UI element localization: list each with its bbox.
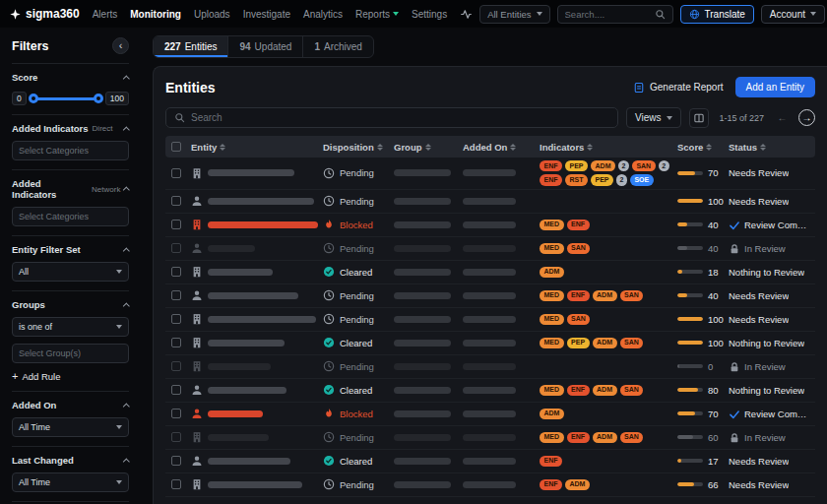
select-all-checkbox[interactable] (171, 142, 181, 152)
nav-analytics[interactable]: Analytics (303, 9, 343, 20)
previous-page-button[interactable]: ← (774, 109, 791, 126)
global-search-input[interactable] (565, 9, 650, 20)
table-row[interactable]: Blocked ADM 70 Review Complete (165, 403, 815, 426)
column-header-status[interactable]: Status (729, 142, 809, 153)
activity-icon[interactable] (460, 8, 473, 21)
table-row[interactable]: Pending MEDENFADMSAN 40 Needs Review (165, 284, 815, 308)
nav-settings[interactable]: Settings (412, 9, 447, 20)
column-header-indicators[interactable]: Indicators (540, 142, 677, 153)
table-row[interactable]: Cleared ADM 18 Nothing to Review (165, 261, 815, 284)
generate-report-button[interactable]: Generate Report (633, 82, 724, 94)
row-checkbox[interactable] (171, 220, 181, 229)
status-label: Needs Review (729, 314, 789, 325)
add-rule-button[interactable]: + Add Rule (12, 371, 129, 382)
tab-updated[interactable]: 94 Updated (228, 36, 303, 57)
indicators-network-input[interactable] (12, 207, 129, 226)
row-checkbox[interactable] (171, 290, 181, 300)
indicator-count-badge: 2 (659, 160, 669, 171)
column-header-added-on[interactable]: Added On (463, 142, 540, 153)
filter-last-changed-header[interactable]: Last Changed (12, 455, 129, 466)
slider-handle-min[interactable] (29, 94, 38, 103)
table-row[interactable]: Pending ENFPEPADM2SAN2ENFRSTPEP2SOE 70 N… (165, 158, 815, 190)
table-row[interactable]: Blocked MEDENF 40 Review Complete (165, 214, 815, 237)
filter-groups-header[interactable]: Groups (12, 299, 129, 310)
column-header-disposition[interactable]: Disposition (323, 142, 394, 153)
entity-filter-set-select[interactable]: All (12, 262, 129, 282)
indicator-pill-enf: ENF (540, 479, 562, 490)
added-on-select[interactable]: All Time (12, 417, 129, 437)
nav-investigate[interactable]: Investigate (243, 9, 290, 20)
indicators-direct-input[interactable] (12, 141, 129, 160)
row-checkbox[interactable] (171, 196, 181, 206)
tab-archived[interactable]: 1 Archived (303, 36, 372, 57)
score-value: 100 (708, 338, 724, 348)
indicator-pill-rst: RST (565, 174, 588, 185)
row-checkbox[interactable] (171, 409, 181, 418)
nav-uploads[interactable]: Uploads (194, 9, 230, 20)
filter-indicators-network-header[interactable]: Added Indicators Network (12, 178, 129, 200)
indicator-pill-adm: ADM (540, 267, 564, 278)
column-header-score[interactable]: Score (677, 142, 729, 153)
row-checkbox[interactable] (171, 385, 181, 395)
translate-button[interactable]: Translate (680, 5, 754, 24)
column-header-group[interactable]: Group (394, 142, 463, 153)
pending-icon (323, 242, 335, 254)
table-row[interactable]: Pending ENFADM 66 Needs Review (165, 473, 815, 497)
table-row[interactable]: Pending MEDSAN 100 Needs Review (165, 308, 815, 332)
groups-input[interactable] (12, 344, 129, 363)
table-row[interactable]: Pending 100 Needs Review (165, 190, 815, 214)
row-checkbox[interactable] (171, 338, 181, 347)
table-row[interactable]: Pending MEDENFADMSAN 60 In Review (165, 426, 815, 450)
table-row[interactable]: Cleared MEDPEPADMSAN 100 Nothing to Revi… (165, 332, 815, 355)
nav-reports[interactable]: Reports (355, 9, 399, 20)
table-row[interactable]: Pending 0 In Review (165, 355, 815, 379)
table-search-input[interactable] (191, 112, 609, 123)
row-checkbox[interactable] (171, 243, 181, 253)
sort-icon (220, 144, 225, 151)
nav-alerts[interactable]: Alerts (93, 9, 118, 20)
brand-logo[interactable]: sigma360 (10, 7, 80, 21)
row-checkbox[interactable] (171, 314, 181, 324)
table-row[interactable]: Pending MEDSAN 40 In Review (165, 237, 815, 261)
row-checkbox[interactable] (171, 432, 181, 442)
chevron-down-icon (810, 12, 816, 16)
account-button[interactable]: Account (761, 5, 825, 24)
groups-operator-select[interactable]: is one of (12, 317, 129, 337)
filter-indicators-direct-header[interactable]: Added Indicators Direct (12, 123, 129, 134)
plus-icon: + (12, 371, 18, 382)
row-checkbox[interactable] (171, 479, 181, 489)
group-redacted (394, 292, 451, 299)
column-settings-button[interactable] (689, 108, 709, 128)
table-row[interactable]: Cleared ENF 17 Needs Review (165, 450, 815, 473)
chevron-down-icon (116, 480, 122, 484)
next-page-button[interactable]: → (798, 109, 815, 126)
table-search[interactable] (165, 107, 618, 128)
score-range-slider[interactable]: 0 100 (12, 92, 129, 105)
global-search[interactable] (557, 5, 673, 24)
collapse-sidebar-button[interactable]: ‹ (112, 37, 129, 54)
lock-icon (729, 432, 739, 443)
row-checkbox[interactable] (171, 267, 181, 277)
indicator-pill-med: MED (540, 338, 564, 348)
slider-track[interactable] (32, 97, 100, 100)
tab-entities[interactable]: 227 Entities (154, 36, 228, 57)
indicator-pill-adm: ADM (593, 338, 617, 348)
row-checkbox[interactable] (171, 168, 181, 178)
indicator-pill-pep: PEP (567, 338, 590, 348)
added-on-redacted (463, 434, 516, 441)
nav-monitoring[interactable]: Monitoring (130, 9, 181, 20)
slider-handle-max[interactable] (94, 94, 103, 103)
table-row[interactable]: Cleared MEDENFADMSAN 80 Nothing to Revie… (165, 379, 815, 403)
filter-entity-set-header[interactable]: Entity Filter Set (12, 244, 129, 255)
entity-scope-select[interactable]: All Entities (479, 5, 549, 24)
column-header-entity[interactable]: Entity (191, 142, 323, 153)
filter-score-header[interactable]: Score (12, 72, 129, 83)
add-entity-button[interactable]: Add an Entity (735, 77, 815, 97)
person-icon (191, 195, 203, 207)
row-checkbox[interactable] (171, 456, 181, 466)
filter-added-on-header[interactable]: Added On (12, 400, 129, 410)
added-on-redacted (463, 221, 516, 228)
last-changed-select[interactable]: All Time (12, 472, 129, 492)
views-dropdown[interactable]: Views (626, 107, 682, 128)
row-checkbox[interactable] (171, 361, 181, 371)
